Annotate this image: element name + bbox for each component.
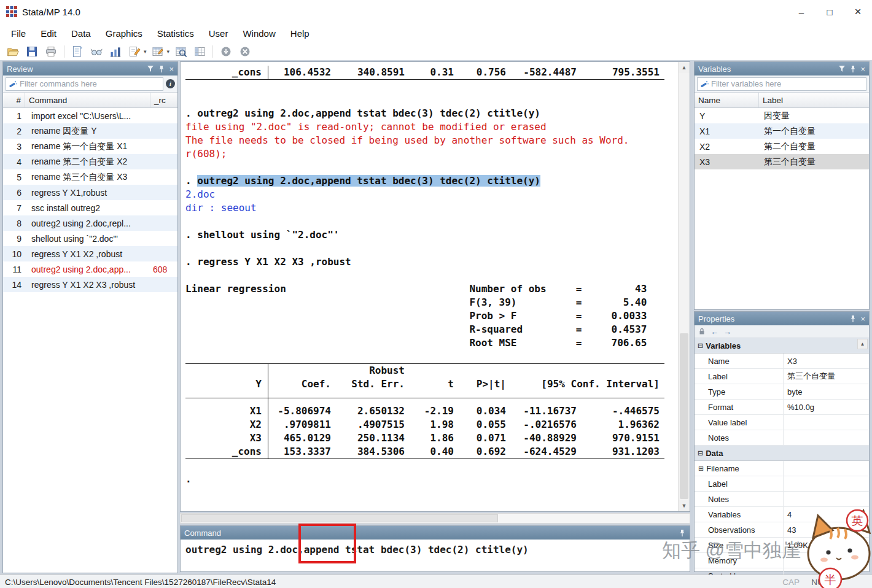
review-row[interactable]: 11outreg2 using 2.doc,app...608 [3, 261, 177, 277]
save-button[interactable] [24, 44, 40, 59]
clear-more-button[interactable] [218, 44, 234, 59]
break-button[interactable] [237, 44, 253, 59]
scroll-down-icon[interactable]: ▼ [679, 500, 690, 511]
properties-value[interactable] [784, 430, 869, 445]
log-button[interactable] [69, 44, 85, 59]
properties-section-title: Data [706, 449, 723, 458]
menu-data[interactable]: Data [64, 26, 98, 41]
properties-key: Type [695, 384, 784, 399]
close-panel-icon[interactable]: × [860, 65, 865, 73]
pin-icon[interactable] [849, 315, 857, 323]
properties-key-label: Label [708, 372, 728, 381]
viewer-button[interactable] [88, 44, 104, 59]
do-file-editor-icon [128, 45, 141, 58]
minimize-button[interactable]: – [787, 0, 816, 23]
maximize-button[interactable]: □ [816, 0, 844, 23]
back-arrow-icon[interactable]: ← [710, 328, 718, 336]
close-panel-icon[interactable]: × [860, 315, 865, 323]
review-col-rc[interactable]: _rc [150, 93, 177, 107]
menu-help[interactable]: Help [283, 26, 317, 41]
menu-file[interactable]: File [4, 26, 33, 41]
filter-funnel-icon[interactable] [838, 65, 846, 72]
data-editor-button[interactable] [150, 44, 166, 59]
data-editor-dropdown-icon[interactable]: ▾ [167, 48, 170, 55]
cat-mascot: 英 半 [793, 503, 872, 588]
review-filter-input[interactable]: Filter commands here [6, 77, 163, 91]
badge-character-2: 半 [825, 573, 836, 586]
close-button[interactable]: × [844, 0, 872, 23]
coef-cell: 0.055 [459, 418, 511, 431]
coef-row-name: X1 [185, 404, 268, 418]
variable-row[interactable]: Y因变量 [695, 108, 869, 123]
properties-value[interactable]: %10.0g [784, 400, 869, 414]
review-col-command[interactable]: Command [25, 93, 150, 107]
do-editor-button[interactable] [127, 44, 142, 59]
review-panel-header: Review × [3, 62, 177, 75]
close-panel-icon[interactable]: × [169, 65, 174, 73]
review-row[interactable]: 10regress Y X1 X2 ,robust [3, 246, 177, 261]
results-horizontal-scrollbar[interactable] [180, 513, 690, 524]
properties-value[interactable] [784, 415, 869, 430]
variables-filter-input[interactable]: Filter variables here [697, 77, 866, 91]
review-col-number[interactable]: # [3, 93, 25, 107]
info-icon[interactable]: i [166, 79, 175, 88]
output-link[interactable]: 2.doc [185, 188, 215, 200]
properties-value[interactable]: 第三个自变量 [784, 369, 869, 384]
review-row[interactable]: 4rename 第二个自变量 X2 [3, 154, 177, 169]
variables-col-label[interactable]: Label [759, 93, 869, 107]
review-row[interactable]: 9shellout using `"2.doc"' [3, 231, 177, 246]
lock-icon[interactable] [698, 328, 706, 335]
properties-value[interactable]: byte [784, 384, 869, 399]
properties-section-header[interactable]: ⊟Variables [695, 338, 869, 354]
properties-value[interactable]: X3 [784, 354, 869, 368]
forward-arrow-icon[interactable]: → [723, 328, 731, 336]
graph-button[interactable] [107, 44, 123, 59]
variables-manager-button[interactable] [192, 44, 208, 59]
review-row[interactable]: 8outreg2 using 2.doc,repl... [3, 215, 177, 231]
collapse-icon[interactable]: ⊟ [698, 342, 703, 350]
review-column-headers: # Command _rc [3, 93, 177, 108]
data-browser-button[interactable] [173, 44, 189, 59]
scroll-up-icon[interactable]: ▲ [679, 62, 690, 73]
collapse-icon[interactable]: ⊟ [698, 449, 703, 457]
pin-icon[interactable] [158, 65, 165, 73]
output-link[interactable]: dir : seeout [185, 202, 257, 214]
menu-statistics[interactable]: Statistics [150, 26, 201, 41]
pin-icon[interactable] [849, 65, 857, 73]
scrollbar-thumb[interactable] [680, 333, 688, 499]
pin-icon[interactable] [679, 529, 686, 537]
output-line [185, 80, 679, 93]
do-editor-dropdown-icon[interactable]: ▾ [144, 48, 147, 55]
variables-col-name[interactable]: Name [695, 93, 759, 107]
review-row[interactable]: 6regress Y X1,robust [3, 185, 177, 200]
menu-graphics[interactable]: Graphics [98, 26, 150, 41]
properties-section-header[interactable]: ⊟Data [695, 446, 869, 461]
properties-value[interactable] [784, 461, 869, 476]
output-prompt: . [185, 175, 197, 187]
review-row[interactable]: 5rename 第三个自变量 X3 [3, 169, 177, 185]
menu-edit[interactable]: Edit [33, 26, 64, 41]
menu-window[interactable]: Window [235, 26, 282, 41]
expand-icon[interactable]: ⊞ [698, 465, 704, 473]
scrollbar-thumb[interactable] [181, 514, 498, 522]
properties-key: Label [695, 476, 784, 491]
review-row[interactable]: 3rename 第一个自变量 X1 [3, 139, 177, 154]
filter-funnel-icon[interactable] [147, 65, 154, 72]
variable-row[interactable]: X1第一个自变量 [695, 123, 869, 139]
menu-user[interactable]: User [201, 26, 236, 41]
review-row[interactable]: 2rename 因变量 Y [3, 123, 177, 139]
variable-row[interactable]: X2第二个自变量 [695, 139, 869, 154]
open-button[interactable] [5, 44, 21, 59]
coef-cell: Coef. [268, 377, 336, 391]
review-row[interactable]: 1import excel "C:\Users\L... [3, 108, 177, 123]
review-row[interactable]: 14regress Y X1 X2 X3 ,robust [3, 277, 177, 292]
print-button[interactable] [43, 44, 59, 59]
coef-cell: 1.98 [410, 418, 459, 431]
command-input[interactable]: outreg2 using 2.doc,append tstat bdec(3)… [181, 540, 690, 571]
properties-value[interactable] [784, 476, 869, 491]
variable-row[interactable]: X3第三个自变量 [695, 154, 869, 169]
properties-scroll-up-icon[interactable]: ▲ [857, 339, 868, 349]
previous-regression-partial-row: _cons106.4532340.85910.310.756-582.44877… [185, 66, 664, 80]
review-row[interactable]: 7ssc install outreg2 [3, 200, 177, 215]
results-vertical-scrollbar[interactable]: ▲ ▼ [678, 62, 690, 511]
